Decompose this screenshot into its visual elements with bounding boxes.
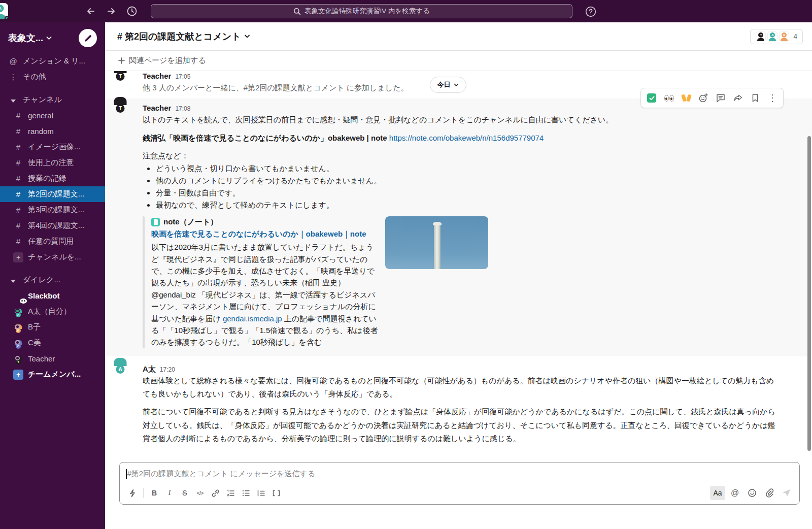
message-composer: #第2回の課題文献とコメント にメッセージを送信する B I S </> (119, 462, 800, 505)
workspace-switcher[interactable]: 表象文... (8, 32, 52, 44)
strikethrough-button[interactable]: S (177, 486, 192, 500)
bulleted-list-button[interactable] (238, 486, 253, 500)
dm-slackbot[interactable]: Slackbot (0, 288, 105, 304)
hash-icon: # (13, 143, 23, 151)
sidebar-channel-questions[interactable]: # 任意の質問用 (0, 234, 105, 249)
presence-offline-dot (15, 340, 20, 345)
blockquote-button[interactable] (253, 486, 268, 500)
compose-pencil-icon (84, 34, 92, 43)
sidebar-channel-session4[interactable]: # 第4回の課題文... (0, 218, 105, 234)
text-cursor (126, 469, 127, 479)
hash-icon: # (13, 237, 23, 246)
shortcuts-lightning-icon[interactable] (125, 486, 140, 500)
note-article-link[interactable]: https://note.com/obakeweb/n/n156d9577907… (389, 134, 544, 142)
arrow-right-icon (106, 6, 116, 16)
message-timestamp[interactable]: 17:05 (175, 73, 190, 81)
reaction-white-check-mark-icon[interactable] (644, 90, 659, 106)
history-menu-button[interactable] (125, 4, 139, 18)
channel-members-button[interactable]: T A B 4 (750, 29, 803, 44)
sidebar-channel-session2-selected[interactable]: # 第2回の課題文... (0, 186, 105, 202)
add-canvas-tab-button[interactable]: 関連ページを追加する (118, 56, 206, 65)
notes-heading: 注意点など： (143, 149, 782, 162)
unfurl-title-link[interactable]: 映画を倍速で見ることのなにがわるいのか｜obakeweb｜note (151, 228, 378, 241)
member-avatar: B (779, 31, 789, 42)
dm-cmi[interactable]: C C美 (0, 335, 105, 351)
help-button[interactable] (585, 5, 597, 18)
more-label: その他 (23, 72, 46, 82)
avatar-letter: A (0, 5, 4, 12)
composer-toolbar: B I S </> (120, 484, 799, 504)
message-timestamp[interactable]: 17:20 (160, 366, 175, 374)
attach-file-icon[interactable] (762, 486, 777, 500)
user-avatar[interactable]: A (0, 3, 8, 19)
dm-bko[interactable]: B B子 (0, 319, 105, 335)
code-block-button[interactable] (268, 486, 284, 500)
dm-section-header[interactable]: ダイレク... (0, 272, 105, 288)
ordered-list-button[interactable] (223, 486, 238, 500)
save-for-later-icon[interactable] (748, 90, 763, 106)
history-forward-button[interactable] (104, 4, 118, 18)
bold-button[interactable]: B (147, 486, 162, 500)
message-author[interactable]: A太 (143, 363, 156, 374)
add-reaction-icon[interactable] (696, 90, 711, 106)
message-avatar[interactable]: T (120, 71, 139, 94)
notes-list: どういう視点・切り口から書いてもかまいません。 他の人のコメントにリプライをつけ… (143, 162, 782, 211)
sidebar-channel-usage-notes[interactable]: # 使用上の注意 (0, 155, 105, 171)
sidebar-channel-general[interactable]: # general (0, 108, 105, 123)
channel-reference[interactable]: #第2回の課題文献とコメント (244, 83, 345, 92)
italic-button[interactable]: I (162, 486, 177, 500)
top-bar: 表象文化論特殊研究演習IV 内を検索する A (0, 0, 812, 22)
mention-button[interactable]: @ (727, 486, 742, 500)
message-input[interactable]: #第2回の課題文献とコメント にメッセージを送信する (120, 462, 799, 484)
dm-self[interactable]: A A太（自分） (0, 304, 105, 319)
sidebar-item-more[interactable]: ⋮ その他 (0, 69, 105, 85)
inline-code-button[interactable]: </> (192, 486, 208, 500)
channel-pane: # 第2回の課題文献とコメント T A B 4 関連ページを追加する 今日 (105, 22, 812, 529)
link-button[interactable] (208, 486, 223, 500)
vertical-scrollbar[interactable] (807, 136, 811, 451)
sidebar-channel-session3[interactable]: # 第3回の課題文... (0, 202, 105, 218)
emoji-picker-button[interactable] (745, 486, 760, 500)
more-actions-icon[interactable]: ⋮ (765, 90, 780, 106)
search-bar[interactable]: 表象文化論特殊研究演習IV 内を検索する (151, 4, 572, 18)
share-message-icon[interactable] (730, 90, 746, 106)
sidebar-channel-images[interactable]: # イメージ画像... (0, 139, 105, 155)
plus-icon: + (13, 370, 23, 380)
hash-icon: # (13, 127, 23, 136)
reaction-eyes-icon[interactable] (661, 90, 676, 106)
sidebar-channel-random[interactable]: # random (0, 123, 105, 139)
composer-area: #第2回の課題文献とコメント にメッセージを送信する B I S </> (105, 459, 812, 529)
gendai-link[interactable]: gendai.ismedia.jp (223, 314, 282, 323)
chevron-down-icon (454, 83, 459, 87)
show-formatting-button[interactable]: Aa (710, 486, 725, 500)
message-avatar[interactable]: T (120, 103, 139, 348)
message-author[interactable]: Teacher (143, 71, 171, 81)
workspace-name: 表象文... (8, 32, 43, 44)
hash-icon: # (13, 190, 23, 199)
workspace-header: 表象文... (0, 22, 105, 53)
date-divider-pill[interactable]: 今日 (430, 77, 466, 93)
message-author[interactable]: Teacher (143, 103, 171, 113)
hash-icon: # (13, 111, 23, 120)
message-timestamp[interactable]: 17:08 (175, 105, 190, 113)
send-message-button[interactable] (779, 486, 794, 500)
message-list[interactable]: 今日 T Teacher 17:05 他 3 人のメンバーと一緒に、#第2回の課… (105, 71, 812, 459)
message-text: 前者について回復不可能であると判断する見方はなさそうなので、ひとまず論点は「身体… (143, 405, 782, 445)
add-channel-button[interactable]: + チャンネルを... (0, 249, 105, 265)
unfurl-thumbnail-image[interactable] (385, 216, 488, 269)
hash-icon: # (13, 206, 23, 214)
channel-title-button[interactable]: # 第2回の課題文献とコメント (117, 30, 250, 43)
invite-teammates-button[interactable]: + チームメンバ... (0, 367, 105, 382)
sidebar-item-mentions[interactable]: @ メンション & リ... (0, 53, 105, 69)
reply-in-thread-icon[interactable] (713, 90, 728, 106)
new-message-button[interactable] (79, 29, 97, 47)
sidebar-channel-class-records[interactable]: # 授業の記録 (0, 171, 105, 186)
channels-section-header[interactable]: チャンネル (0, 92, 105, 108)
vertical-dots-icon: ⋮ (8, 73, 18, 82)
message-avatar[interactable]: A (120, 363, 139, 445)
reaction-raised-hands-icon[interactable] (679, 90, 694, 106)
dm-teacher[interactable]: T Teacher (0, 351, 105, 367)
unfurl-description: 以下は2020年3月に書いたまま放置していたドラフトだ。ちょうど『現代ビジネス』… (151, 241, 378, 348)
history-back-button[interactable] (84, 4, 98, 18)
hash-icon: # (13, 158, 23, 167)
